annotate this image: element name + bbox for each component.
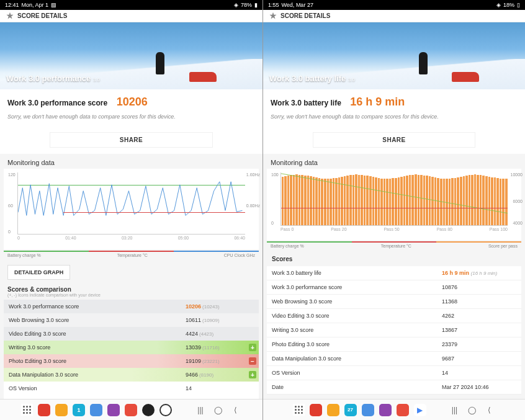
table-row[interactable]: Work 3.0 performance score 10206(10243) [4, 300, 259, 313]
scores-header: Scores [267, 252, 521, 266]
status-time: 1:55 [268, 2, 279, 8]
table-row[interactable]: Date Mar 27 2024 10:46 [267, 380, 521, 395]
app-icon[interactable] [310, 404, 322, 416]
skier-graphic [152, 52, 169, 78]
app-icon[interactable] [125, 404, 137, 416]
row-value: 11368 [442, 298, 457, 305]
battery-icon: ▯ [517, 2, 520, 8]
row-label: Writing 3.0 score [9, 344, 186, 351]
row-secondary: (23221) [202, 359, 220, 364]
monitor-chart[interactable]: 100 0 10000 6000 4000 Pass 0 Pass 20 Pas… [267, 169, 521, 240]
recent-button[interactable]: ||| [194, 404, 207, 416]
home-button[interactable]: ◯ [212, 404, 224, 416]
row-value: 9687 [442, 355, 454, 362]
table-row[interactable]: OS Version 14 [267, 366, 521, 380]
row-label: Date [272, 384, 442, 390]
table-row[interactable]: Work 3.0 performance score 10876 [267, 280, 521, 295]
table-row[interactable]: Web Browsing 3.0 score 10611(10909) [4, 313, 259, 327]
table-row[interactable]: Photo Editing 3.0 score 23379 [267, 337, 521, 352]
score-label: Work 3.0 performance score [7, 99, 107, 107]
apps-grid-icon[interactable] [293, 404, 305, 416]
table-row[interactable]: Data Manipulation 3.0 score 9466(8190)+ [4, 368, 259, 382]
row-value: Mar 27 2024 10:46 [442, 384, 489, 390]
table-row[interactable]: Writing 3.0 score 13867 [267, 323, 521, 337]
wifi-icon: ◈ [234, 2, 238, 8]
screenshot-icon: ▧ [51, 2, 56, 8]
header-title: SCORE DETAILS [17, 12, 67, 19]
row-label: Video Editing 3.0 score [9, 331, 186, 337]
status-date: Wed, Mar 27 [282, 2, 313, 8]
app-icon[interactable] [55, 404, 68, 416]
app-icon[interactable] [107, 404, 120, 416]
monitor-title: Monitoring data [0, 154, 262, 169]
x-axis: 0 01:40 03:20 05:00 06:40 [17, 236, 245, 240]
app-icon[interactable] [90, 404, 102, 416]
row-value: 9466 [186, 372, 198, 378]
back-button[interactable]: ⟨ [229, 404, 241, 416]
calendar-icon[interactable]: 27 [344, 404, 357, 416]
row-label: Data Manipulation 3.0 score [272, 355, 442, 362]
battery-line [281, 172, 508, 221]
app-icon[interactable] [379, 404, 392, 416]
table-row[interactable]: OS Version 14 [4, 382, 259, 395]
share-button[interactable]: SHARE [313, 132, 475, 148]
calendar-icon[interactable]: 1 [73, 404, 85, 416]
battery-pct: 78% [241, 2, 252, 8]
right-panel: 1:55 Wed, Mar 27 ◈ 18% ▯ SCORE DETAILS W… [262, 0, 525, 420]
score-section: Work 3.0 performance score 10206 Sorry, … [0, 89, 262, 126]
table-row[interactable]: Photo Editing 3.0 score 19109(23221)− [4, 354, 259, 368]
home-button[interactable]: ◯ [466, 404, 478, 416]
table-row[interactable]: Writing 3.0 score 13039(11716)+ [4, 341, 259, 354]
row-label: Web Browsing 3.0 score [272, 298, 442, 305]
navbar: 1 ||| ◯ ⟨ [0, 399, 262, 420]
status-date: Mon, Apr 1 [22, 2, 49, 8]
monitor-title: Monitoring data [263, 154, 525, 169]
plus-icon: + [249, 371, 256, 378]
scores-table: Scores Work 3.0 battery life 16 h 9 min … [267, 252, 521, 395]
row-label: Web Browsing 3.0 score [9, 317, 186, 323]
hero-title: Work 3.0 battery life [269, 74, 346, 83]
hero-banner: Work 3.0 performance 3.0 [0, 22, 262, 89]
row-value: 13867 [442, 327, 457, 333]
temp-line [281, 208, 508, 208]
row-label: Data Manipulation 3.0 score [9, 372, 186, 378]
status-bar: 12:41 Mon, Apr 1 ▧ ◈ 78% ▮ [0, 0, 262, 10]
row-label: OS Version [9, 385, 186, 391]
x-axis: Pass 0 Pass 20 Pass 50 Pass 80 Pass 100 [280, 227, 508, 231]
play-icon[interactable]: ▶ [414, 404, 426, 416]
table-row[interactable]: Video Editing 3.0 score 4262 [267, 309, 521, 323]
scores-table: Work 3.0 performance score 10206(10243)W… [4, 300, 259, 409]
table-row[interactable]: Web Browsing 3.0 score 11368 [267, 295, 521, 309]
row-value: 14 [442, 370, 448, 376]
row-label: Photo Editing 3.0 score [272, 341, 442, 347]
monitor-chart[interactable]: 120 60 0 1.60Hz 0.80Hz 0 01:40 03:20 05:… [4, 169, 259, 249]
share-button[interactable]: SHARE [50, 132, 213, 148]
row-secondary: (4423) [199, 331, 213, 337]
burst-icon [6, 12, 14, 20]
score-label: Work 3.0 battery life [271, 99, 341, 107]
back-button[interactable]: ⟨ [483, 404, 496, 416]
row-label: Work 3.0 performance score [9, 303, 186, 310]
status-time: 12:41 [5, 2, 19, 8]
row-secondary: (11716) [202, 345, 220, 351]
row-value: 4262 [442, 313, 454, 319]
row-label: Work 3.0 performance score [272, 284, 442, 290]
app-icon[interactable] [327, 404, 339, 416]
app-icon[interactable] [142, 404, 155, 416]
app-icon[interactable] [397, 404, 409, 416]
wifi-icon: ◈ [496, 2, 501, 8]
row-secondary: (10909) [202, 318, 220, 323]
table-row[interactable]: Work 3.0 battery life 16 h 9 min (16 h 9… [267, 266, 521, 280]
score-value: 10206 [117, 96, 148, 108]
app-icon[interactable] [362, 404, 374, 416]
legend-labels: Battery charge % Temperature °C CPU Cloc… [7, 253, 255, 257]
app-icon[interactable] [159, 404, 172, 416]
table-row[interactable]: Data Manipulation 3.0 score 9687 [267, 352, 521, 366]
recent-button[interactable]: ||| [449, 404, 461, 416]
detailed-graph-button[interactable]: DETAILED GRAPH [7, 265, 70, 280]
table-row[interactable]: Video Editing 3.0 score 4424(4423) [4, 327, 259, 341]
apps-grid-icon[interactable] [21, 404, 33, 416]
row-secondary: (16 h 9 min) [471, 270, 498, 276]
legend-bar [267, 241, 521, 243]
app-icon[interactable] [38, 404, 50, 416]
